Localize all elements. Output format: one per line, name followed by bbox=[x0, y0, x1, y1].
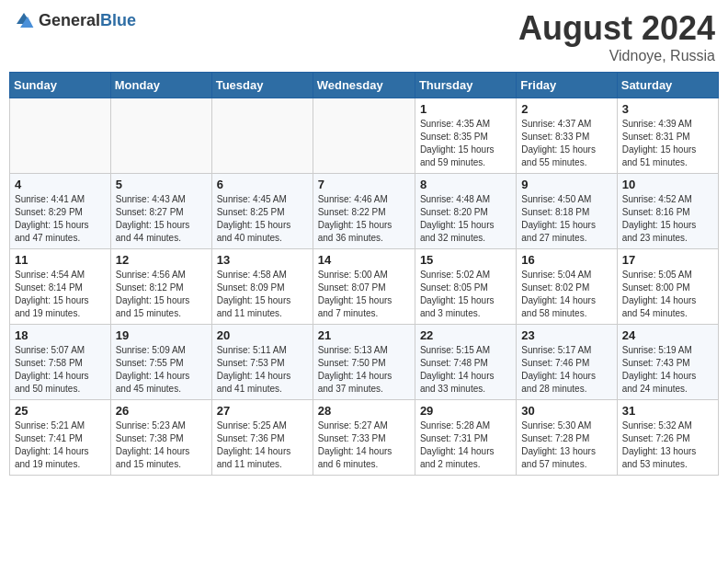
day-info: Sunrise: 5:13 AM Sunset: 7:50 PM Dayligh… bbox=[318, 344, 410, 396]
day-number: 9 bbox=[521, 178, 611, 191]
calendar-day-cell: 20Sunrise: 5:11 AM Sunset: 7:53 PM Dayli… bbox=[211, 325, 313, 400]
day-number: 15 bbox=[420, 253, 511, 267]
calendar-day-cell: 14Sunrise: 5:00 AM Sunset: 8:07 PM Dayli… bbox=[313, 249, 415, 325]
logo-blue: Blue bbox=[100, 11, 136, 29]
day-number: 22 bbox=[420, 328, 511, 342]
logo-icon bbox=[13, 9, 35, 31]
day-number: 14 bbox=[318, 253, 410, 267]
calendar-day-cell: 1Sunrise: 4:35 AM Sunset: 8:35 PM Daylig… bbox=[415, 98, 516, 174]
calendar-day-cell: 19Sunrise: 5:09 AM Sunset: 7:55 PM Dayli… bbox=[110, 325, 211, 400]
calendar-day-cell: 10Sunrise: 4:52 AM Sunset: 8:16 PM Dayli… bbox=[617, 174, 718, 249]
day-number: 27 bbox=[217, 404, 308, 418]
calendar-week-row: 4Sunrise: 4:41 AM Sunset: 8:29 PM Daylig… bbox=[10, 174, 719, 249]
day-number: 6 bbox=[217, 178, 308, 191]
calendar-day-cell: 18Sunrise: 5:07 AM Sunset: 7:58 PM Dayli… bbox=[10, 325, 111, 400]
calendar-table: SundayMondayTuesdayWednesdayThursdayFrid… bbox=[9, 72, 719, 476]
weekday-header-row: SundayMondayTuesdayWednesdayThursdayFrid… bbox=[10, 73, 719, 98]
day-number: 31 bbox=[622, 404, 713, 418]
weekday-header-wednesday: Wednesday bbox=[313, 73, 415, 98]
day-number: 17 bbox=[622, 253, 713, 267]
day-info: Sunrise: 4:52 AM Sunset: 8:16 PM Dayligh… bbox=[622, 193, 713, 245]
day-number: 5 bbox=[116, 178, 207, 191]
day-number: 25 bbox=[15, 404, 106, 418]
calendar-week-row: 25Sunrise: 5:21 AM Sunset: 7:41 PM Dayli… bbox=[10, 400, 719, 476]
day-info: Sunrise: 4:50 AM Sunset: 8:18 PM Dayligh… bbox=[521, 193, 611, 245]
day-number: 21 bbox=[318, 328, 410, 342]
calendar-day-cell: 29Sunrise: 5:28 AM Sunset: 7:31 PM Dayli… bbox=[415, 400, 516, 476]
day-info: Sunrise: 4:58 AM Sunset: 8:09 PM Dayligh… bbox=[217, 269, 308, 320]
calendar-week-row: 1Sunrise: 4:35 AM Sunset: 8:35 PM Daylig… bbox=[10, 98, 719, 174]
day-info: Sunrise: 5:04 AM Sunset: 8:02 PM Dayligh… bbox=[521, 269, 611, 320]
day-info: Sunrise: 5:23 AM Sunset: 7:38 PM Dayligh… bbox=[116, 419, 207, 471]
day-number: 1 bbox=[420, 102, 511, 116]
day-number: 19 bbox=[116, 328, 207, 342]
day-number: 16 bbox=[521, 253, 611, 267]
day-info: Sunrise: 4:41 AM Sunset: 8:29 PM Dayligh… bbox=[15, 193, 106, 245]
day-number: 23 bbox=[521, 328, 611, 342]
day-info: Sunrise: 4:37 AM Sunset: 8:33 PM Dayligh… bbox=[521, 118, 611, 169]
calendar-day-cell: 7Sunrise: 4:46 AM Sunset: 8:22 PM Daylig… bbox=[313, 174, 415, 249]
calendar-day-cell: 9Sunrise: 4:50 AM Sunset: 8:18 PM Daylig… bbox=[517, 174, 617, 249]
calendar-day-cell: 27Sunrise: 5:25 AM Sunset: 7:36 PM Dayli… bbox=[211, 400, 313, 476]
day-info: Sunrise: 4:45 AM Sunset: 8:25 PM Dayligh… bbox=[217, 193, 308, 245]
day-number: 26 bbox=[116, 404, 207, 418]
day-number: 24 bbox=[622, 328, 713, 342]
day-info: Sunrise: 5:25 AM Sunset: 7:36 PM Dayligh… bbox=[217, 419, 308, 471]
day-info: Sunrise: 4:54 AM Sunset: 8:14 PM Dayligh… bbox=[15, 269, 106, 320]
day-info: Sunrise: 4:35 AM Sunset: 8:35 PM Dayligh… bbox=[420, 118, 511, 169]
calendar-day-cell: 31Sunrise: 5:32 AM Sunset: 7:26 PM Dayli… bbox=[617, 400, 718, 476]
day-info: Sunrise: 5:32 AM Sunset: 7:26 PM Dayligh… bbox=[622, 419, 713, 471]
weekday-header-thursday: Thursday bbox=[415, 73, 516, 98]
day-number: 7 bbox=[318, 178, 410, 191]
day-number: 18 bbox=[15, 328, 106, 342]
calendar-day-cell: 23Sunrise: 5:17 AM Sunset: 7:46 PM Dayli… bbox=[517, 325, 617, 400]
day-number: 8 bbox=[420, 178, 511, 191]
calendar-day-cell bbox=[313, 98, 415, 174]
weekday-header-sunday: Sunday bbox=[10, 73, 111, 98]
day-number: 13 bbox=[217, 253, 308, 267]
calendar-day-cell bbox=[10, 98, 111, 174]
calendar-day-cell: 24Sunrise: 5:19 AM Sunset: 7:43 PM Dayli… bbox=[617, 325, 718, 400]
weekday-header-friday: Friday bbox=[517, 73, 617, 98]
weekday-header-saturday: Saturday bbox=[617, 73, 718, 98]
calendar-day-cell: 22Sunrise: 5:15 AM Sunset: 7:48 PM Dayli… bbox=[415, 325, 516, 400]
day-info: Sunrise: 5:19 AM Sunset: 7:43 PM Dayligh… bbox=[622, 344, 713, 396]
calendar-day-cell: 21Sunrise: 5:13 AM Sunset: 7:50 PM Dayli… bbox=[313, 325, 415, 400]
calendar-day-cell bbox=[211, 98, 313, 174]
day-info: Sunrise: 4:46 AM Sunset: 8:22 PM Dayligh… bbox=[318, 193, 410, 245]
calendar-day-cell: 26Sunrise: 5:23 AM Sunset: 7:38 PM Dayli… bbox=[110, 400, 211, 476]
day-number: 3 bbox=[622, 102, 713, 116]
calendar-day-cell bbox=[110, 98, 211, 174]
day-number: 20 bbox=[217, 328, 308, 342]
day-number: 28 bbox=[318, 404, 410, 418]
title-block: August 2024 Vidnoye, Russia bbox=[518, 9, 715, 64]
day-info: Sunrise: 4:56 AM Sunset: 8:12 PM Dayligh… bbox=[116, 269, 207, 320]
day-info: Sunrise: 5:07 AM Sunset: 7:58 PM Dayligh… bbox=[15, 344, 106, 396]
day-info: Sunrise: 5:17 AM Sunset: 7:46 PM Dayligh… bbox=[521, 344, 611, 396]
calendar-day-cell: 5Sunrise: 4:43 AM Sunset: 8:27 PM Daylig… bbox=[110, 174, 211, 249]
day-info: Sunrise: 5:27 AM Sunset: 7:33 PM Dayligh… bbox=[318, 419, 410, 471]
day-info: Sunrise: 5:30 AM Sunset: 7:28 PM Dayligh… bbox=[521, 419, 611, 471]
logo-general: General bbox=[39, 11, 100, 29]
day-number: 2 bbox=[521, 102, 611, 116]
calendar-day-cell: 12Sunrise: 4:56 AM Sunset: 8:12 PM Dayli… bbox=[110, 249, 211, 325]
day-info: Sunrise: 5:02 AM Sunset: 8:05 PM Dayligh… bbox=[420, 269, 511, 320]
day-info: Sunrise: 5:28 AM Sunset: 7:31 PM Dayligh… bbox=[420, 419, 511, 471]
calendar-day-cell: 30Sunrise: 5:30 AM Sunset: 7:28 PM Dayli… bbox=[517, 400, 617, 476]
month-year-title: August 2024 bbox=[518, 9, 715, 48]
day-number: 10 bbox=[622, 178, 713, 191]
day-number: 4 bbox=[15, 178, 106, 191]
logo: GeneralBlue bbox=[13, 9, 136, 31]
day-number: 11 bbox=[15, 253, 106, 267]
weekday-header-monday: Monday bbox=[110, 73, 211, 98]
calendar-day-cell: 3Sunrise: 4:39 AM Sunset: 8:31 PM Daylig… bbox=[617, 98, 718, 174]
day-number: 12 bbox=[116, 253, 207, 267]
calendar-day-cell: 15Sunrise: 5:02 AM Sunset: 8:05 PM Dayli… bbox=[415, 249, 516, 325]
calendar-day-cell: 28Sunrise: 5:27 AM Sunset: 7:33 PM Dayli… bbox=[313, 400, 415, 476]
calendar-day-cell: 6Sunrise: 4:45 AM Sunset: 8:25 PM Daylig… bbox=[211, 174, 313, 249]
calendar-day-cell: 2Sunrise: 4:37 AM Sunset: 8:33 PM Daylig… bbox=[517, 98, 617, 174]
calendar-week-row: 18Sunrise: 5:07 AM Sunset: 7:58 PM Dayli… bbox=[10, 325, 719, 400]
location-subtitle: Vidnoye, Russia bbox=[518, 48, 715, 64]
calendar-day-cell: 16Sunrise: 5:04 AM Sunset: 8:02 PM Dayli… bbox=[517, 249, 617, 325]
day-info: Sunrise: 5:00 AM Sunset: 8:07 PM Dayligh… bbox=[318, 269, 410, 320]
